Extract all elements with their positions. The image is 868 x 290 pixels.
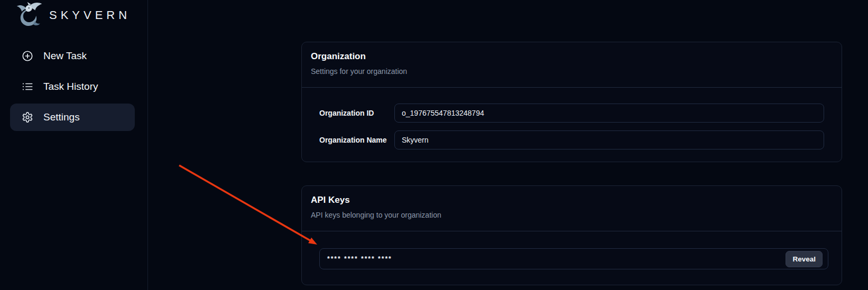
sidebar-item-label: New Task bbox=[43, 50, 87, 62]
organization-card-content: Organization ID Organization Name bbox=[302, 88, 842, 162]
sidebar-item-settings[interactable]: Settings bbox=[10, 104, 135, 131]
organization-card-title: Organization bbox=[311, 50, 833, 63]
logo: SKYVERN bbox=[15, 1, 131, 30]
organization-name-input[interactable] bbox=[394, 130, 824, 149]
organization-card: Organization Settings for your organizat… bbox=[301, 42, 842, 162]
sidebar-item-new-task[interactable]: New Task bbox=[10, 42, 135, 70]
organization-card-header: Organization Settings for your organizat… bbox=[302, 42, 842, 88]
reveal-button[interactable]: Reveal bbox=[786, 251, 823, 267]
sidebar-item-label: Settings bbox=[43, 111, 80, 123]
organization-id-row: Organization ID bbox=[319, 104, 824, 123]
sidebar-nav: New Task Task History Settings bbox=[10, 42, 135, 131]
organization-card-subtitle: Settings for your organization bbox=[311, 66, 833, 77]
list-icon bbox=[22, 81, 33, 92]
api-keys-card-title: API Keys bbox=[311, 194, 833, 207]
plus-circle-icon bbox=[22, 50, 33, 62]
gear-icon bbox=[22, 111, 33, 123]
api-keys-card-header: API Keys API keys belonging to your orga… bbox=[302, 186, 842, 231]
api-key-masked-value: **** **** **** **** bbox=[327, 255, 392, 263]
api-keys-card: API Keys API keys belonging to your orga… bbox=[301, 185, 842, 285]
sidebar-item-task-history[interactable]: Task History bbox=[10, 73, 135, 100]
api-key-field[interactable]: **** **** **** **** Reveal bbox=[319, 248, 828, 269]
sidebar-item-label: Task History bbox=[43, 81, 98, 92]
api-keys-card-content: **** **** **** **** Reveal bbox=[302, 231, 842, 269]
organization-name-row: Organization Name bbox=[319, 130, 824, 149]
organization-name-label: Organization Name bbox=[319, 136, 394, 144]
organization-id-input[interactable] bbox=[394, 104, 824, 123]
skyvern-dragon-icon bbox=[15, 2, 44, 29]
organization-id-label: Organization ID bbox=[319, 109, 394, 117]
logo-wordmark: SKYVERN bbox=[49, 8, 131, 22]
sidebar: SKYVERN New Task Task History Settings bbox=[0, 0, 148, 290]
api-keys-card-subtitle: API keys belonging to your organization bbox=[311, 210, 833, 220]
